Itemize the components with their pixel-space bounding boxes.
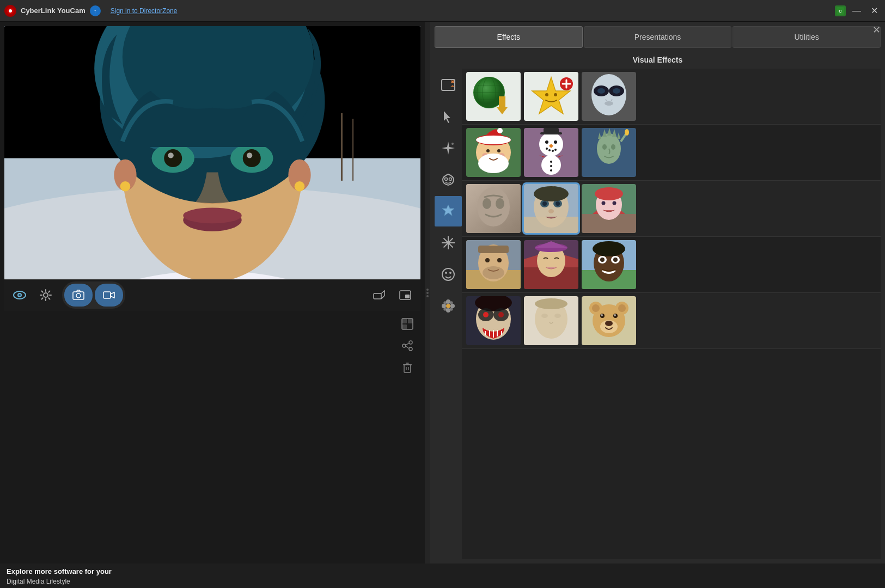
- effects-row-1: [462, 69, 881, 125]
- directorzone-icon[interactable]: C: [835, 5, 846, 16]
- svg-point-189: [483, 312, 489, 317]
- title-bar: CyberLink YouCam ↑ Sign in to DirectorZo…: [0, 0, 885, 22]
- svg-point-166: [497, 258, 502, 262]
- delete-button[interactable]: [399, 359, 416, 376]
- svg-point-119: [548, 149, 551, 151]
- svg-point-121: [554, 149, 557, 151]
- effect-clown-face[interactable]: [466, 296, 521, 345]
- tabs-bar: Effects Presentations Utilities: [435, 26, 881, 48]
- svg-point-55: [445, 178, 448, 181]
- sidebar-icon-mask[interactable]: [435, 164, 462, 195]
- main-content: ✕ Effects Presentations Utilities Visual…: [0, 22, 885, 564]
- effect-bear[interactable]: [582, 296, 636, 345]
- svg-point-205: [592, 304, 600, 312]
- left-panel: [0, 22, 425, 564]
- svg-point-198: [541, 314, 548, 318]
- svg-rect-114: [544, 128, 559, 134]
- svg-point-179: [593, 241, 625, 256]
- svg-rect-46: [404, 365, 411, 372]
- svg-point-72: [450, 301, 453, 304]
- avatar-background: [4, 26, 420, 279]
- sidebar-icon-cursor[interactable]: [435, 101, 462, 132]
- svg-point-208: [605, 321, 613, 326]
- eraser-button[interactable]: [369, 285, 389, 305]
- effect-statue-liberty[interactable]: [582, 128, 636, 177]
- gallery-button[interactable]: [399, 315, 416, 333]
- svg-point-212: [614, 314, 616, 316]
- svg-point-182: [600, 258, 605, 262]
- effects-row-2: [462, 125, 881, 181]
- svg-point-64: [445, 272, 447, 274]
- video-record-button[interactable]: [95, 284, 123, 307]
- panel-icons: [399, 315, 416, 376]
- effect-alien[interactable]: [582, 72, 636, 121]
- right-panel: ✕ Effects Presentations Utilities Visual…: [430, 22, 885, 564]
- effect-santa[interactable]: [466, 128, 521, 177]
- svg-point-51: [426, 292, 429, 294]
- tab-effects[interactable]: Effects: [435, 26, 583, 48]
- pip-button[interactable]: [395, 285, 415, 305]
- effect-star-add[interactable]: [524, 72, 578, 121]
- svg-point-110: [478, 154, 509, 173]
- effect-dark-face[interactable]: [582, 240, 636, 289]
- effect-globe-download[interactable]: [466, 72, 521, 121]
- svg-point-167: [483, 266, 504, 279]
- effects-content: [435, 69, 881, 559]
- sign-in-link[interactable]: Sign in to DirectorZone: [111, 7, 178, 15]
- effect-red-character[interactable]: [582, 184, 636, 233]
- info-sub-text: Digital Media Lifestyle: [7, 578, 70, 585]
- tab-utilities[interactable]: Utilities: [733, 26, 881, 48]
- close-button[interactable]: ✕: [868, 5, 881, 16]
- svg-point-211: [601, 314, 603, 316]
- svg-point-97: [613, 88, 620, 94]
- svg-rect-40: [402, 324, 407, 329]
- svg-point-125: [550, 169, 552, 171]
- minimize-button[interactable]: —: [850, 6, 863, 16]
- right-close-button[interactable]: ✕: [872, 24, 881, 36]
- camera-btn-group: [62, 281, 125, 309]
- camera-view: [4, 26, 420, 279]
- settings-button[interactable]: [36, 285, 56, 305]
- svg-point-158: [602, 201, 606, 205]
- effects-row-5: [462, 293, 881, 349]
- bottom-panel: [4, 311, 420, 564]
- sidebar-icon-avatar[interactable]: [435, 196, 462, 226]
- svg-point-140: [483, 198, 491, 209]
- update-button[interactable]: ↑: [90, 5, 101, 16]
- svg-point-73: [443, 308, 447, 311]
- svg-point-87: [545, 93, 548, 96]
- svg-point-96: [597, 88, 605, 94]
- svg-point-50: [426, 289, 429, 291]
- sidebar-icon-smiley[interactable]: [435, 259, 462, 290]
- sidebar-icon-sparkle[interactable]: [435, 133, 462, 163]
- effect-desert-face[interactable]: [466, 240, 521, 289]
- effect-face-warp[interactable]: [524, 184, 578, 233]
- svg-point-24: [247, 152, 252, 158]
- eye-button[interactable]: [10, 285, 29, 305]
- svg-point-148: [542, 201, 547, 206]
- tab-presentations[interactable]: Presentations: [584, 26, 732, 48]
- resize-handle[interactable]: [425, 22, 430, 564]
- effect-stone-face[interactable]: [466, 184, 521, 233]
- svg-point-200: [535, 298, 567, 309]
- info-text-group: Explore more software for your Digital M…: [7, 566, 112, 586]
- sidebar-icon-flower[interactable]: [435, 291, 462, 321]
- svg-rect-36: [405, 295, 410, 298]
- svg-point-104: [476, 136, 511, 144]
- effect-china-face[interactable]: [524, 240, 578, 289]
- svg-point-32: [76, 293, 81, 298]
- svg-point-71: [443, 301, 447, 304]
- svg-point-26: [183, 207, 241, 223]
- app-logo: [4, 5, 16, 17]
- svg-rect-39: [408, 318, 413, 323]
- info-bar: Explore more software for your Digital M…: [0, 564, 885, 588]
- svg-rect-164: [478, 246, 509, 253]
- sidebar-icon-frame[interactable]: [435, 70, 462, 100]
- photo-capture-button[interactable]: [64, 284, 93, 307]
- share-button[interactable]: [399, 337, 416, 354]
- svg-point-30: [44, 293, 48, 297]
- effect-plain-mannequin[interactable]: [524, 296, 578, 345]
- sidebar-icon-snowflake[interactable]: [435, 228, 462, 258]
- effect-snowman[interactable]: [524, 128, 578, 177]
- video-controls-row: [4, 279, 420, 311]
